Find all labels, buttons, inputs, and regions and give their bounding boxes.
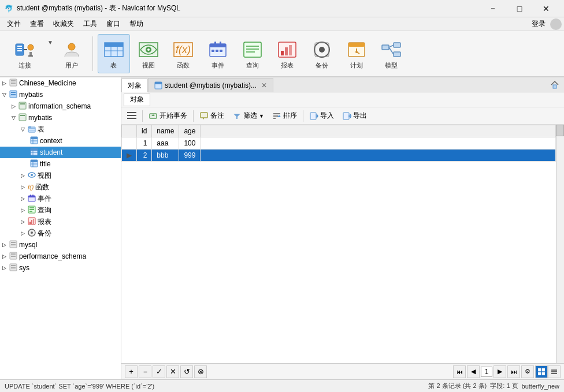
table-button[interactable]: 表 [98, 34, 130, 73]
sidebar-item-tables-group[interactable]: ▽ 表 [0, 124, 121, 135]
expand-arrow[interactable]: ▷ [21, 196, 28, 201]
cell-id-1[interactable]: 1 [137, 137, 152, 150]
close-button[interactable]: ✕ [533, 0, 559, 17]
maximize-button[interactable]: □ [506, 0, 533, 17]
expand-arrow[interactable]: ▷ [21, 207, 28, 213]
col-header-age[interactable]: age [179, 125, 201, 137]
data-table-container[interactable]: id name age 1 aaa 100 [121, 125, 556, 363]
menu-favorites[interactable]: 收藏夹 [49, 18, 79, 30]
sidebar-item-chinese-medicine[interactable]: ▷ Chinese_Medicine [0, 77, 121, 89]
function-button[interactable]: f(x) 函数 [167, 34, 199, 73]
expand-arrow[interactable]: ▷ [21, 184, 28, 190]
sidebar-item-queries-group[interactable]: ▷ 查询 [0, 204, 121, 216]
sidebar-item-sys[interactable]: ▷ sys [0, 262, 121, 274]
confirm-button[interactable]: ✓ [153, 365, 165, 378]
tab-more-button[interactable] [546, 77, 564, 92]
cell-name-2[interactable]: bbb [152, 150, 179, 162]
sidebar-item-performance-schema[interactable]: ▷ performance_schema [0, 251, 121, 262]
form-view-button[interactable] [548, 365, 561, 378]
filter-button[interactable]: 筛选 ▼ [229, 109, 268, 123]
menu-view[interactable]: 查看 [25, 18, 49, 30]
table-icon [30, 148, 38, 158]
cancel-edit-button[interactable]: ✕ [166, 365, 179, 378]
cell-age-2[interactable]: 999 [179, 150, 201, 162]
user-button[interactable]: 用户 [55, 34, 88, 73]
prev-page-button[interactable]: ◀ [467, 365, 480, 378]
sidebar-item-functions-group[interactable]: ▷ f() 函数 [0, 181, 121, 193]
expand-arrow[interactable]: ▽ [2, 92, 9, 98]
table-row[interactable]: 1 aaa 100 [122, 137, 556, 150]
cell-id-2[interactable]: 2 [137, 150, 152, 162]
status-record-text: 第 2 条记录 (共 2 条) [428, 382, 487, 390]
col-header-name[interactable]: name [152, 125, 179, 137]
tab-close[interactable]: ✕ [261, 81, 267, 89]
sidebar-item-student[interactable]: student [0, 147, 121, 158]
sidebar-item-backup-group[interactable]: ▷ 备份 [0, 227, 121, 239]
menu-tools[interactable]: 工具 [79, 18, 102, 30]
menu-icon-button[interactable] [124, 109, 140, 123]
svg-rect-44 [394, 52, 400, 57]
last-page-button[interactable]: ⏭ [507, 365, 520, 378]
tab-objects[interactable]: 对象 [121, 79, 148, 92]
refresh-button[interactable]: ↺ [180, 365, 193, 378]
obj-tab-objects[interactable]: 对象 [124, 94, 150, 106]
model-button[interactable]: 模型 [375, 34, 407, 73]
connect-arrow[interactable]: ▼ [47, 39, 53, 46]
menu-file[interactable]: 文件 [2, 18, 25, 30]
expand-arrow[interactable]: ▷ [2, 242, 9, 248]
query-button[interactable]: 查询 [236, 34, 269, 73]
expand-arrow[interactable]: ▷ [21, 219, 28, 225]
table-row[interactable]: ▶ 2 bbb 999 [122, 150, 556, 162]
expand-arrow[interactable]: ▷ [21, 173, 28, 178]
sidebar-item-mybatis[interactable]: ▽ mybatis [0, 89, 121, 100]
nav-settings-button[interactable]: ⚙ [521, 365, 534, 378]
menu-help[interactable]: 帮助 [125, 18, 148, 30]
comment-button[interactable]: 备注 [196, 109, 228, 123]
sort-button[interactable]: 排序 [269, 109, 300, 123]
svg-rect-22 [220, 42, 221, 46]
expand-arrow[interactable]: ▷ [2, 265, 9, 271]
expand-arrow[interactable]: ▽ [12, 115, 18, 121]
expand-arrow[interactable]: ▽ [21, 126, 28, 132]
first-page-button[interactable]: ⏮ [453, 365, 466, 378]
login-button[interactable]: 登录 [527, 19, 550, 29]
backup-button[interactable]: 备份 [306, 34, 338, 73]
expand-arrow[interactable]: ▷ [2, 253, 9, 259]
sidebar-item-events-group[interactable]: ▷ 事件 [0, 193, 121, 204]
cell-age-1[interactable]: 100 [179, 137, 201, 150]
begin-transaction-button[interactable]: 开始事务 [145, 109, 191, 123]
sidebar-item-information-schema[interactable]: ▷ information_schema [0, 100, 121, 112]
report-icon [276, 38, 299, 61]
report-button[interactable]: 报表 [271, 34, 303, 73]
col-header-empty [201, 125, 556, 137]
sidebar-item-title[interactable]: title [0, 158, 121, 170]
col-header-id[interactable]: id [137, 125, 152, 137]
sidebar-label: title [40, 160, 51, 168]
action-sep [193, 110, 194, 122]
expand-arrow[interactable]: ▷ [12, 103, 18, 109]
tab-student[interactable]: student @mybatis (mybatis)... ✕ [148, 78, 273, 92]
next-page-button[interactable]: ▶ [494, 365, 506, 378]
minimize-button[interactable]: － [480, 0, 506, 17]
expand-arrow[interactable]: ▷ [2, 80, 9, 86]
sidebar-item-views-group[interactable]: ▷ 视图 [0, 170, 121, 181]
event-button[interactable]: 事件 [202, 34, 234, 73]
grid-view-button[interactable] [535, 365, 548, 378]
export-button[interactable]: 导出 [339, 109, 370, 123]
delete-row-button[interactable]: － [139, 365, 151, 378]
stop-button[interactable]: ⊗ [194, 365, 207, 378]
connect-button[interactable]: 连接 [5, 34, 45, 73]
sidebar-item-mysql[interactable]: ▷ mysql [0, 239, 121, 251]
schedule-button[interactable]: 计划 [340, 34, 373, 73]
menu-window[interactable]: 窗口 [102, 18, 125, 30]
sidebar-item-reports-group[interactable]: ▷ 报表 [0, 216, 121, 227]
view-button[interactable]: 视图 [132, 34, 165, 73]
cell-name-1[interactable]: aaa [152, 137, 179, 150]
expand-arrow[interactable]: ▷ [21, 230, 28, 236]
sidebar-item-context[interactable]: context [0, 135, 121, 147]
scroll-thumb[interactable] [556, 125, 564, 136]
sidebar-item-mybatis-inner[interactable]: ▽ mybatis [0, 112, 121, 124]
scrollbar[interactable] [556, 125, 564, 363]
import-button[interactable]: 导入 [306, 109, 337, 123]
add-row-button[interactable]: + [125, 365, 138, 378]
